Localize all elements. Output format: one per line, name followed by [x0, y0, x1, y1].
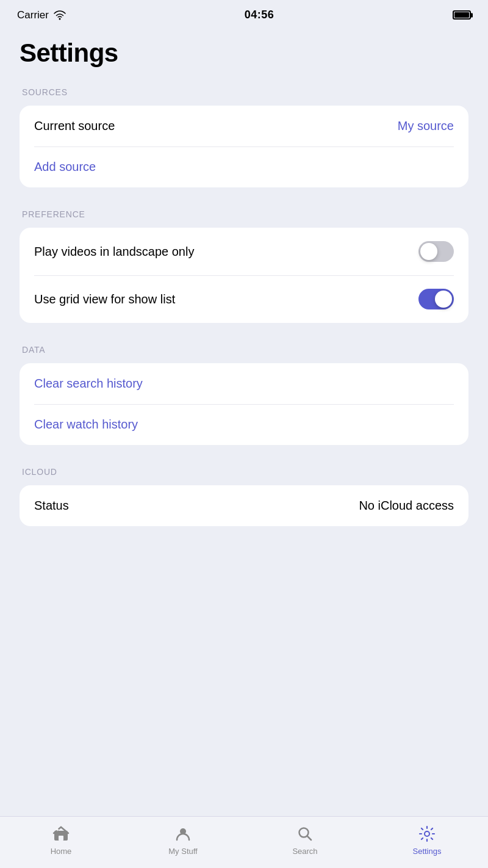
settings-icon	[417, 824, 437, 844]
landscape-toggle-thumb	[420, 243, 437, 260]
nav-item-search[interactable]: Search	[274, 824, 336, 856]
nav-settings-label: Settings	[413, 847, 442, 856]
gridview-toggle[interactable]	[418, 289, 454, 309]
icloud-section-label: ICLOUD	[20, 467, 468, 477]
icloud-card: Status No iCloud access	[20, 485, 468, 526]
data-card: Clear search history Clear watch history	[20, 363, 468, 445]
clear-search-button[interactable]: Clear search history	[34, 377, 143, 391]
mystuff-icon	[173, 824, 193, 844]
preference-card: Play videos in landscape only Use grid v…	[20, 228, 468, 323]
clear-search-row[interactable]: Clear search history	[20, 363, 468, 404]
data-section-label: DATA	[20, 345, 468, 355]
current-source-label: Current source	[34, 119, 115, 133]
icloud-status-label: Status	[34, 499, 69, 513]
current-source-row[interactable]: Current source My source	[20, 106, 468, 146]
gridview-label: Use grid view for show list	[34, 292, 175, 306]
current-source-value: My source	[398, 119, 454, 133]
carrier-label: Carrier	[17, 9, 49, 21]
clear-watch-button[interactable]: Clear watch history	[34, 418, 138, 432]
status-bar: Carrier 04:56	[0, 0, 488, 26]
svg-point-5	[425, 831, 429, 836]
nav-mystuff-label: My Stuff	[168, 847, 197, 856]
battery-icon	[453, 10, 471, 20]
icloud-status-value: No iCloud access	[359, 499, 454, 513]
gridview-row: Use grid view for show list	[20, 275, 468, 323]
landscape-row: Play videos in landscape only	[20, 228, 468, 275]
nav-search-label: Search	[292, 847, 317, 856]
home-icon	[51, 824, 71, 844]
main-content: Settings SOURCES Current source My sourc…	[0, 26, 488, 526]
add-source-button[interactable]: Add source	[34, 160, 96, 174]
preference-section-label: PREFERENCE	[20, 209, 468, 219]
nav-item-home[interactable]: Home	[30, 824, 92, 856]
clear-watch-row[interactable]: Clear watch history	[20, 404, 468, 445]
svg-rect-1	[59, 836, 63, 841]
nav-home-label: Home	[51, 847, 72, 856]
sources-section-label: SOURCES	[20, 87, 468, 97]
wifi-icon	[54, 10, 66, 20]
add-source-row[interactable]: Add source	[20, 146, 468, 187]
nav-item-mystuff[interactable]: My Stuff	[152, 824, 214, 856]
landscape-toggle[interactable]	[418, 241, 454, 262]
icloud-status-row: Status No iCloud access	[20, 485, 468, 526]
landscape-label: Play videos in landscape only	[34, 245, 194, 259]
carrier-info: Carrier	[17, 9, 66, 21]
gridview-toggle-thumb	[435, 291, 452, 308]
sources-card: Current source My source Add source	[20, 106, 468, 187]
status-time: 04:56	[245, 9, 274, 21]
bottom-nav: Home My Stuff Search Settings	[0, 816, 488, 868]
page-title: Settings	[20, 38, 468, 68]
search-icon	[295, 824, 315, 844]
nav-item-settings[interactable]: Settings	[396, 824, 458, 856]
svg-line-4	[307, 836, 312, 841]
